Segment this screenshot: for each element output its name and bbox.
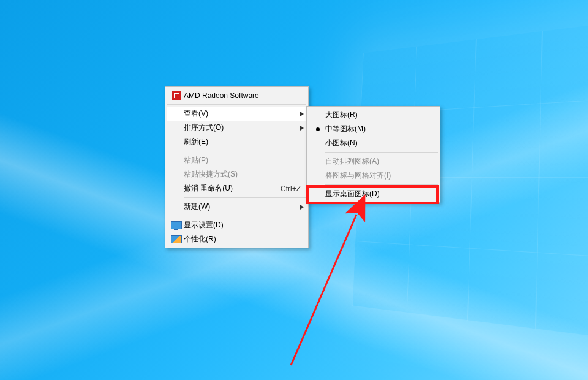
menu-item-refresh[interactable]: 刷新(E) [167, 135, 307, 149]
blank-icon [312, 157, 324, 167]
submenu-item-small-icons[interactable]: 小图标(N) [308, 136, 439, 150]
personalize-icon [170, 235, 183, 245]
blank-icon [312, 110, 324, 120]
menu-item-label: 中等图标(M) [325, 124, 436, 134]
menu-item-label: 大图标(R) [325, 110, 436, 120]
blank-icon [170, 184, 183, 194]
submenu-item-align-to-grid[interactable]: 将图标与网格对齐(I) [308, 169, 439, 183]
menu-item-new[interactable]: 新建(W) [167, 200, 307, 214]
submenu-arrow-icon [297, 203, 304, 211]
blank-icon [170, 109, 183, 119]
blank-icon [312, 171, 324, 181]
menu-item-label: 粘贴快捷方式(S) [184, 169, 304, 180]
view-submenu: 大图标(R) 中等图标(M) 小图标(N) 自动排列图标(A) 将图标与网格对齐… [306, 106, 440, 203]
menu-item-personalize[interactable]: 个性化(R) [167, 232, 307, 246]
menu-item-paste: 粘贴(P) [167, 153, 307, 167]
blank-icon [170, 123, 183, 133]
menu-separator [325, 152, 438, 153]
menu-separator [184, 151, 306, 151]
blank-icon [170, 156, 183, 165]
menu-item-label: 粘贴(P) [184, 155, 304, 165]
menu-item-label: 显示桌面图标(D) [325, 189, 436, 199]
menu-item-label: 个性化(R) [184, 234, 304, 245]
menu-item-label: 查看(V) [184, 108, 297, 119]
menu-item-label: 显示设置(D) [184, 220, 304, 230]
menu-item-label: 新建(W) [184, 202, 297, 212]
submenu-arrow-icon [297, 110, 304, 118]
submenu-item-show-desktop-icons[interactable]: 显示桌面图标(D) [308, 187, 439, 201]
submenu-arrow-icon [297, 124, 304, 132]
blank-icon [170, 202, 183, 212]
menu-item-undo-rename[interactable]: 撤消 重命名(U) Ctrl+Z [167, 181, 307, 196]
blank-icon [312, 139, 324, 148]
menu-item-label: 小图标(N) [325, 138, 436, 148]
blank-icon [170, 170, 183, 180]
desktop-context-menu: AMD Radeon Software 查看(V) 排序方式(O) 刷新(E) … [165, 86, 309, 248]
menu-item-label: 将图标与网格对齐(I) [325, 170, 436, 181]
submenu-item-medium-icons[interactable]: 中等图标(M) [308, 122, 439, 136]
blank-icon [170, 137, 183, 147]
menu-item-label: 撤消 重命名(U) [184, 183, 273, 194]
menu-separator [167, 104, 306, 105]
menu-item-label: 自动排列图标(A) [325, 156, 436, 167]
menu-item-label: 刷新(E) [184, 137, 304, 147]
menu-item-display-settings[interactable]: 显示设置(D) [167, 218, 307, 232]
menu-separator [184, 216, 306, 216]
submenu-item-auto-arrange[interactable]: 自动排列图标(A) [308, 154, 439, 169]
amd-icon [170, 91, 183, 101]
blank-icon [312, 189, 324, 199]
display-settings-icon [170, 221, 183, 230]
menu-separator [184, 197, 306, 198]
menu-item-accelerator: Ctrl+Z [281, 184, 301, 193]
menu-item-amd-radeon-software[interactable]: AMD Radeon Software [167, 88, 307, 102]
menu-item-view[interactable]: 查看(V) [167, 107, 307, 121]
menu-item-label: 排序方式(O) [184, 123, 297, 133]
menu-item-paste-shortcut: 粘贴快捷方式(S) [167, 167, 307, 181]
menu-separator [325, 184, 438, 185]
submenu-item-large-icons[interactable]: 大图标(R) [308, 108, 439, 122]
menu-item-sort-by[interactable]: 排序方式(O) [167, 121, 307, 135]
menu-item-label: AMD Radeon Software [184, 91, 304, 100]
radio-selected-icon [312, 124, 324, 134]
